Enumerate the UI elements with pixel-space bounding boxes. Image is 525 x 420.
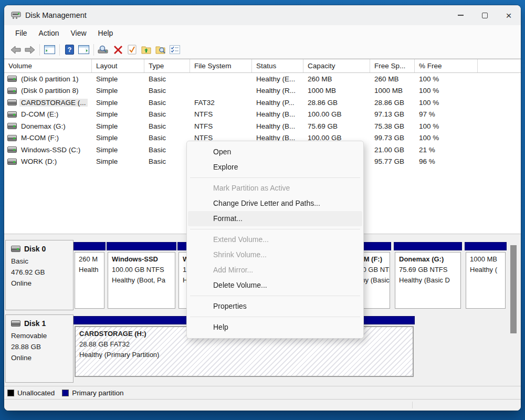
volume-list-header: VolumeLayoutTypeFile SystemStatusCapacit…: [4, 59, 521, 73]
partition-size: 1000 MB: [470, 254, 501, 265]
volume-name-cell[interactable]: M-COM (F:): [4, 134, 92, 142]
volume-context-menu: OpenExploreMark Partition as ActiveChang…: [186, 141, 364, 339]
menubar-item[interactable]: Action: [33, 27, 65, 39]
column-header[interactable]: Capacity: [303, 59, 370, 72]
close-icon: ×: [506, 10, 511, 20]
column-header[interactable]: Type: [144, 59, 190, 72]
column-header[interactable]: File System: [190, 59, 252, 72]
context-menu-item[interactable]: [190, 226, 360, 232]
volume-disk-icon: [7, 111, 17, 118]
commit-check-button[interactable]: [125, 43, 139, 57]
layout-cell: Simple: [92, 87, 144, 94]
volume-name: Donemax (G:): [19, 122, 67, 130]
menubar-item[interactable]: Help: [92, 27, 119, 39]
layout-cell: Simple: [92, 146, 144, 154]
context-menu-item[interactable]: [190, 175, 360, 181]
folder-up-button[interactable]: [139, 43, 153, 57]
context-menu-item[interactable]: Explore: [188, 160, 362, 175]
filesystem-cell: NTFS: [190, 110, 252, 118]
partition-body[interactable]: Donemax (G:) 75.69 GB NTFS Healthy (Basi…: [395, 252, 461, 309]
column-header[interactable]: % Free: [415, 59, 478, 72]
partition-size: 75.69 GB NTFS: [399, 265, 457, 275]
column-header[interactable]: Layout: [92, 59, 144, 72]
percent-free-cell: 96 %: [415, 158, 478, 165]
volume-row[interactable]: CARDSTORAGE (... Simple Basic FAT32 Heal…: [4, 97, 521, 109]
delete-volume-button[interactable]: [111, 43, 125, 57]
type-cell: Basic: [144, 134, 190, 142]
context-menu-item[interactable]: Format...: [188, 211, 362, 226]
context-menu-item[interactable]: [190, 314, 360, 320]
percent-free-cell: 100 %: [415, 87, 478, 94]
partition-block[interactable]: 260 M Health: [74, 242, 106, 309]
status-cell: Healthy (R...: [252, 87, 303, 94]
partition-body[interactable]: 260 M Health: [75, 252, 104, 309]
volume-name-cell[interactable]: (Disk 0 partition 1): [4, 75, 92, 83]
capacity-cell: 260 MB: [303, 75, 370, 83]
context-menu-item[interactable]: [190, 293, 360, 299]
layout-cell: Simple: [92, 158, 144, 165]
legend-item: Unallocated: [7, 389, 55, 397]
volume-name-cell[interactable]: CARDSTORAGE (...: [4, 99, 92, 107]
context-menu-item[interactable]: Add Mirror...: [188, 262, 362, 278]
help-button[interactable]: ?: [62, 43, 77, 57]
context-menu-item[interactable]: Properties: [188, 299, 362, 314]
free-space-cell: 28.86 GB: [370, 99, 415, 107]
legend-swatch-icon: [7, 390, 14, 396]
title-bar: Disk Management ×: [4, 5, 521, 25]
show-action-pane-button[interactable]: [77, 43, 91, 57]
volume-name-cell[interactable]: Windows-SSD (C:): [4, 146, 92, 154]
menubar-item[interactable]: View: [65, 27, 92, 39]
maximize-icon: [482, 13, 488, 18]
volume-row[interactable]: (Disk 0 partition 1) Simple Basic Health…: [4, 73, 521, 85]
maximize-button[interactable]: [472, 5, 497, 25]
volume-row[interactable]: (Disk 0 partition 8) Simple Basic Health…: [4, 85, 521, 97]
minimize-button[interactable]: [448, 5, 472, 25]
volume-name-cell[interactable]: Donemax (G:): [4, 122, 92, 130]
context-menu-item[interactable]: Shrink Volume...: [188, 247, 362, 262]
partition-block[interactable]: Windows-SSD 100.00 GB NTFS Healthy (Boot…: [107, 242, 176, 309]
column-header[interactable]: Volume: [4, 59, 92, 72]
percent-free-cell: 100 %: [415, 134, 478, 142]
context-menu-item[interactable]: Delete Volume...: [188, 278, 362, 293]
partition-size: 100.00 GB NTFS: [112, 265, 171, 275]
context-menu-item[interactable]: Change Drive Letter and Paths...: [188, 196, 362, 211]
toolbar: ?: [4, 41, 521, 59]
free-space-cell: 75.38 GB: [370, 122, 415, 130]
folder-find-button[interactable]: [153, 43, 167, 57]
forward-button[interactable]: [23, 43, 37, 57]
partition-body[interactable]: Windows-SSD 100.00 GB NTFS Healthy (Boot…: [108, 252, 175, 309]
column-header[interactable]: Free Sp...: [370, 59, 415, 72]
volume-row[interactable]: Donemax (G:) Simple Basic NTFS Healthy (…: [4, 120, 521, 132]
graph-scrollbar-thumb[interactable]: [510, 245, 517, 333]
partition-block[interactable]: 1000 MB Healthy (: [465, 242, 507, 309]
volume-name: M-COM (F:): [19, 134, 60, 142]
type-cell: Basic: [144, 146, 190, 154]
volume-name-cell[interactable]: (Disk 0 partition 8): [4, 87, 92, 94]
legend-label: Unallocated: [17, 389, 55, 397]
volume-name-cell[interactable]: WORK (D:): [4, 158, 92, 165]
context-menu-item[interactable]: Help: [188, 320, 362, 335]
context-menu-item[interactable]: Open: [188, 144, 362, 160]
task-list-button[interactable]: [167, 43, 182, 57]
view-disk-button[interactable]: [97, 43, 111, 57]
volume-name-cell[interactable]: D-COM (E:): [4, 110, 92, 118]
back-button[interactable]: [8, 43, 23, 57]
folder-find-icon: [155, 45, 166, 55]
free-space-cell: 95.77 GB: [370, 158, 415, 165]
status-cell: Healthy (P...: [252, 99, 303, 107]
task-list-icon: [170, 45, 180, 54]
show-console-tree-button[interactable]: [43, 43, 57, 57]
volume-row[interactable]: D-COM (E:) Simple Basic NTFS Healthy (B.…: [4, 109, 521, 121]
svg-text:?: ?: [68, 46, 72, 54]
partition-body[interactable]: 1000 MB Healthy (: [466, 252, 506, 309]
partition-block[interactable]: Donemax (G:) 75.69 GB NTFS Healthy (Basi…: [394, 242, 462, 309]
context-menu-item[interactable]: Mark Partition as Active: [188, 181, 362, 196]
partition-status: Health: [79, 265, 100, 275]
context-menu-item[interactable]: Extend Volume...: [188, 232, 362, 247]
column-header[interactable]: Status: [252, 59, 303, 72]
close-button[interactable]: ×: [497, 5, 521, 25]
graph-scrollbar[interactable]: [510, 239, 517, 386]
partition-size: 260 M: [79, 254, 100, 265]
layout-cell: Simple: [92, 99, 144, 107]
menubar-item[interactable]: File: [9, 27, 33, 39]
